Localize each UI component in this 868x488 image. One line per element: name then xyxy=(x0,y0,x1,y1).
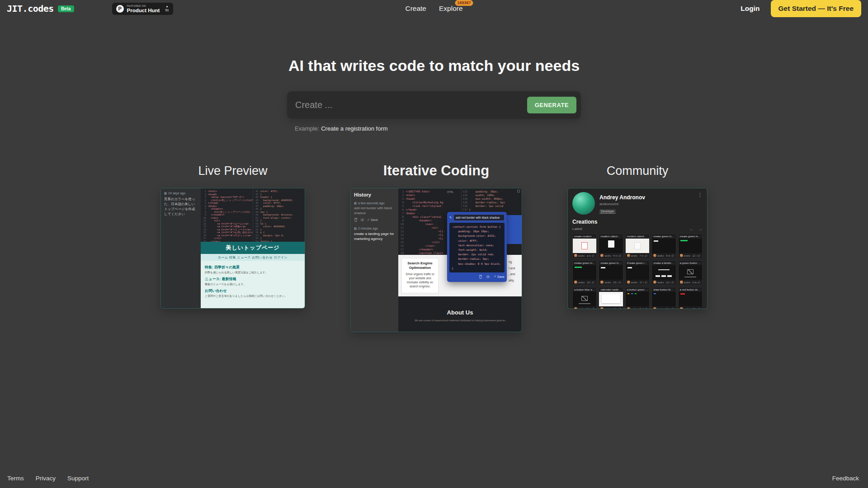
avatar xyxy=(653,254,656,257)
save-button[interactable]: ✓ Save xyxy=(367,218,378,222)
creation-card[interactable]: create modern calculator andro · a minut… xyxy=(572,234,597,258)
creation-preview xyxy=(652,292,675,306)
creation-card[interactable]: create green input andro · 13 minutes ag… xyxy=(572,260,597,285)
like-icon[interactable] xyxy=(671,307,675,309)
page-title: AI that writes code to match your needs xyxy=(0,57,868,75)
preview-eye-icon[interactable] xyxy=(360,218,364,221)
avatar[interactable] xyxy=(572,192,595,215)
product-hunt-featured-label: FEATURED ON xyxy=(127,5,160,7)
profile-username: andronov04 xyxy=(599,202,645,206)
creation-card[interactable]: Create green input andro · 17 minutes ag… xyxy=(625,260,650,285)
creation-meta: andro · 14 days ago xyxy=(604,308,617,310)
live-rendered-preview: 美しいトップページ ホーム 特集 ニュース お問い合わせ ログイン 特集: 四季… xyxy=(201,242,305,308)
footer-link[interactable]: Privacy xyxy=(36,475,56,482)
creation-preview xyxy=(626,292,649,306)
code-line: width: 100%; xyxy=(462,193,522,197)
creation-title: create green input xyxy=(652,234,675,239)
code-line: box-shadow: 0 0 5px black; xyxy=(452,262,502,266)
creation-card[interactable]: create green input andro · 15 minutes ag… xyxy=(599,260,623,285)
code-line: <a href="#">特集</a> xyxy=(201,225,253,228)
occluded-text-fragments: ngt and, andality. xyxy=(509,259,520,284)
like-icon[interactable] xyxy=(645,281,648,284)
kebab-menu-icon[interactable]: ⋮ xyxy=(698,192,703,198)
creation-card[interactable]: create green input andro · 9 minutes ago xyxy=(651,234,676,258)
creation-card[interactable]: a button green rainbow andro · 3 days ag… xyxy=(625,287,650,309)
avatar xyxy=(627,307,630,309)
like-icon[interactable] xyxy=(592,307,595,309)
history-heading: History xyxy=(354,192,395,197)
profile-role-badge: Developer xyxy=(599,209,616,214)
delete-icon[interactable] xyxy=(479,275,482,279)
like-icon[interactable] xyxy=(618,307,622,309)
explore-count-badge: 169367 xyxy=(455,0,473,6)
editor-mode-label: HTML xyxy=(447,190,453,194)
creation-card[interactable]: a button blue and click c andro · 3 days… xyxy=(572,287,597,309)
live-preview-screenshot: 24 days ago 青系のカラーを使った、日本語の美しいトップページを作成し… xyxy=(160,188,305,309)
creation-card[interactable]: a green button with neon andro · 3 days … xyxy=(678,260,703,285)
feedback-link[interactable]: Feedback xyxy=(832,475,859,482)
history-item-icon xyxy=(354,202,357,205)
creation-preview xyxy=(679,292,702,306)
history-item-text: add red border with black shadow xyxy=(354,206,395,216)
creation-meta: andro · 3 days ago xyxy=(657,308,670,310)
like-icon[interactable] xyxy=(592,281,595,284)
upvote-icon[interactable]: ▲ xyxy=(166,5,169,8)
dialog-prompt-input[interactable]: add red border with black shadow xyxy=(453,214,505,221)
seo-card: Search Engine Optimization Drive organic… xyxy=(401,258,439,293)
like-icon[interactable] xyxy=(698,281,701,284)
creation-title: Create green input xyxy=(626,261,649,265)
prompt-input[interactable] xyxy=(287,100,527,110)
avatar xyxy=(627,281,630,284)
avatar xyxy=(600,307,604,309)
nav-create[interactable]: Create xyxy=(405,5,426,13)
code-line: <title>Marketing Ag xyxy=(398,201,461,204)
like-icon[interactable] xyxy=(698,254,701,257)
creation-title: a green button with neon xyxy=(679,261,702,265)
get-started-button[interactable]: Get Started — It's Free xyxy=(771,0,861,17)
like-icon[interactable] xyxy=(618,254,622,257)
preview-eye-icon[interactable] xyxy=(486,275,490,278)
prev-arrow-icon[interactable]: ← xyxy=(689,226,694,231)
creation-card[interactable]: create green input andro · 12 minutes ag… xyxy=(678,234,703,258)
footer-links: TermsPrivacySupport xyxy=(7,475,89,482)
creation-card[interactable]: a red button with click a andro · 15 day… xyxy=(678,287,703,309)
code-line: border: 1px solid xyxy=(462,204,522,208)
footer-link[interactable]: Support xyxy=(67,475,89,482)
preview-section-text: 最新のニュースをお届けします。 xyxy=(205,282,301,286)
like-icon[interactable] xyxy=(592,254,595,257)
save-button[interactable]: ✓ Save xyxy=(494,275,505,278)
preview-section-text: ご質問やご意見等がありましたらお気軽にお問い合わせください。 xyxy=(205,294,301,298)
avatar xyxy=(627,254,630,257)
like-icon[interactable] xyxy=(671,254,675,257)
creation-meta: andro · 15 minutes ago xyxy=(604,281,617,284)
product-hunt-badge[interactable]: P FEATURED ON Product Hunt ▲ 51 xyxy=(112,3,173,15)
code-line: font-weight: bold; xyxy=(452,248,502,252)
creation-card[interactable]: draw button blue get files andro · 3 day… xyxy=(651,287,676,309)
creation-card[interactable]: modern calculator andro · 4 minutes ago xyxy=(599,234,623,258)
delete-icon[interactable] xyxy=(354,218,358,222)
creation-card[interactable]: calendar made in with of andro · 14 days… xyxy=(599,287,623,309)
like-icon[interactable] xyxy=(645,254,648,257)
editor-action-icon[interactable] xyxy=(517,190,520,192)
footer-link[interactable]: Terms xyxy=(7,475,24,482)
product-hunt-icon: P xyxy=(116,5,124,13)
example-value[interactable]: Create a registration form xyxy=(321,125,387,132)
seo-card-text: Drive organic traffic to your website an… xyxy=(404,272,436,288)
history-item[interactable]: 2 minutes ago create a landing page for … xyxy=(354,227,395,241)
generate-button[interactable]: GENERATE xyxy=(527,97,576,113)
creation-card[interactable]: modern calculator andro · 7 minutes ago xyxy=(625,234,650,258)
like-icon[interactable] xyxy=(671,281,675,284)
next-arrow-icon[interactable]: → xyxy=(698,226,703,231)
history-item[interactable]: a few seconds ago add red border with bl… xyxy=(354,202,395,222)
beta-badge: Beta xyxy=(58,5,74,12)
creation-meta: andro · 12 minutes ago xyxy=(684,254,697,257)
avatar xyxy=(574,254,577,257)
preview-section-heading: ニュース: 最新情報 xyxy=(205,277,301,282)
app-logo[interactable]: JIT.codes xyxy=(7,3,54,14)
like-icon[interactable] xyxy=(645,307,648,309)
creation-card[interactable]: create a landing page for andro · 21 min… xyxy=(651,260,676,285)
login-link[interactable]: Login xyxy=(741,5,760,13)
creation-preview xyxy=(599,265,623,280)
like-icon[interactable] xyxy=(698,307,701,309)
like-icon[interactable] xyxy=(618,281,622,284)
